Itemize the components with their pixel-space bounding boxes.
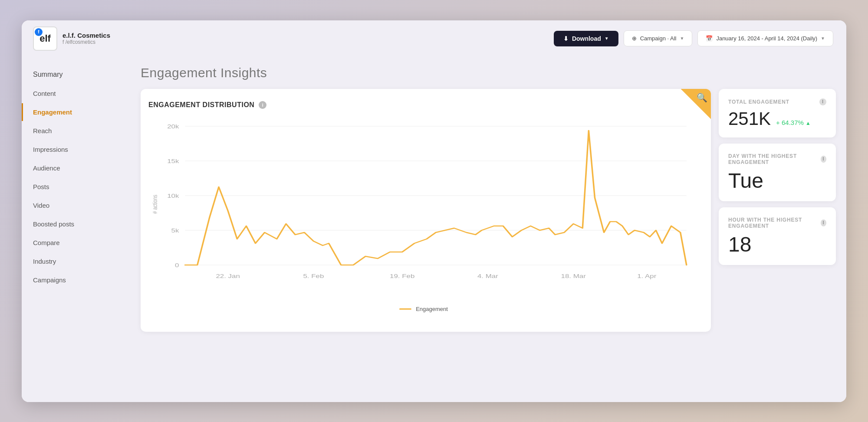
download-label: Download — [572, 35, 601, 42]
svg-text:5k: 5k — [171, 228, 180, 233]
chart-title: ENGAGEMENT DISTRIBUTION — [148, 101, 254, 109]
content-area: Engagement Insights 🔍 ENGAGEMENT DISTRIB… — [130, 57, 846, 402]
campaign-label: Campaign · All — [640, 35, 677, 42]
day-highest-info-icon[interactable]: i — [821, 156, 826, 163]
sidebar-item-impressions[interactable]: Impressions — [22, 141, 130, 158]
download-chevron-icon: ▼ — [605, 36, 609, 41]
legend-label: Engagement — [416, 306, 448, 312]
svg-text:20k: 20k — [167, 124, 179, 129]
chart-header: ENGAGEMENT DISTRIBUTION i — [148, 101, 699, 109]
svg-text:10k: 10k — [167, 193, 179, 199]
svg-text:5. Feb: 5. Feb — [303, 273, 324, 279]
insights-row: 🔍 ENGAGEMENT DISTRIBUTION i — [141, 89, 836, 332]
date-range-label: January 16, 2024 - April 14, 2024 (Daily… — [716, 35, 817, 42]
sidebar-item-summary[interactable]: Summary — [22, 65, 130, 84]
total-engagement-value-row: 251K + 64.37% ▲ — [728, 109, 826, 129]
sidebar-item-engagement[interactable]: Engagement — [22, 103, 130, 121]
sidebar-item-audience[interactable]: Audience — [22, 159, 130, 177]
svg-text:18. Mar: 18. Mar — [561, 273, 586, 279]
svg-text:# actions: # actions — [151, 194, 158, 213]
svg-text:15k: 15k — [167, 158, 179, 164]
brand-handle: f /elfcosmetics — [62, 39, 110, 45]
brand-text: e.l.f. Cosmetics f /elfcosmetics — [62, 32, 110, 45]
total-engagement-info-icon[interactable]: i — [819, 98, 826, 105]
campaign-chevron-icon: ▼ — [680, 36, 684, 41]
brand: f elf e.l.f. Cosmetics f /elfcosmetics — [22, 26, 110, 51]
day-highest-value: Tue — [728, 169, 826, 193]
total-engagement-value: 251K — [728, 109, 771, 129]
facebook-icon: f — [35, 28, 43, 36]
legend-line — [399, 308, 411, 310]
change-up-arrow-icon: ▲ — [806, 120, 811, 126]
app-container: f elf e.l.f. Cosmetics f /elfcosmetics ⬇… — [22, 20, 846, 402]
day-highest-label: DAY WITH THE HIGHEST ENGAGEMENT i — [728, 153, 826, 165]
svg-text:4. Mar: 4. Mar — [477, 273, 498, 279]
date-range-button[interactable]: 📅 January 16, 2024 - April 14, 2024 (Dai… — [697, 30, 833, 46]
sidebar-item-posts[interactable]: Posts — [22, 178, 130, 196]
chart-card: 🔍 ENGAGEMENT DISTRIBUTION i — [141, 89, 711, 332]
total-engagement-label: TOTAL ENGAGEMENT i — [728, 98, 826, 105]
sidebar-item-reach[interactable]: Reach — [22, 122, 130, 140]
svg-text:22. Jan: 22. Jan — [216, 273, 240, 279]
campaign-icon: ⊕ — [632, 35, 637, 42]
sidebar-item-video[interactable]: Video — [22, 196, 130, 214]
main-layout: Summary Content Engagement Reach Impress… — [22, 57, 846, 402]
sidebar-item-boosted-posts[interactable]: Boosted posts — [22, 215, 130, 233]
hour-highest-card: HOUR WITH THE HIGHEST ENGAGEMENT i 18 — [719, 207, 836, 265]
chart-legend: Engagement — [148, 306, 699, 312]
hour-highest-label: HOUR WITH THE HIGHEST ENGAGEMENT i — [728, 217, 826, 229]
engagement-chart: 20k 15k 10k 5k 0 # actions — [148, 118, 699, 291]
total-engagement-change: + 64.37% ▲ — [776, 119, 811, 126]
stats-panel: TOTAL ENGAGEMENT i 251K + 64.37% ▲ — [719, 89, 836, 265]
sidebar-item-content[interactable]: Content — [22, 85, 130, 102]
hour-highest-value: 18 — [728, 232, 826, 256]
brand-name: e.l.f. Cosmetics — [62, 32, 110, 39]
svg-text:1. Apr: 1. Apr — [637, 273, 656, 279]
day-highest-card: DAY WITH THE HIGHEST ENGAGEMENT i Tue — [719, 144, 836, 201]
campaign-filter-button[interactable]: ⊕ Campaign · All ▼ — [624, 30, 693, 46]
engagement-line — [185, 131, 687, 265]
top-bar-controls: ⬇ Download ▼ ⊕ Campaign · All ▼ 📅 Januar… — [554, 30, 833, 46]
sidebar-item-industry[interactable]: Industry — [22, 252, 130, 270]
calendar-icon: 📅 — [706, 35, 713, 42]
download-button[interactable]: ⬇ Download ▼ — [554, 31, 618, 46]
top-bar: f elf e.l.f. Cosmetics f /elfcosmetics ⬇… — [22, 20, 846, 57]
chart-area: 20k 15k 10k 5k 0 # actions — [148, 118, 699, 300]
sidebar-item-compare[interactable]: Compare — [22, 234, 130, 252]
download-icon: ⬇ — [563, 35, 569, 42]
svg-text:19. Feb: 19. Feb — [390, 273, 414, 279]
svg-text:0: 0 — [175, 262, 179, 268]
total-engagement-card: TOTAL ENGAGEMENT i 251K + 64.37% ▲ — [719, 89, 836, 137]
magnify-icon: 🔍 — [697, 89, 711, 103]
date-chevron-icon: ▼ — [821, 36, 825, 41]
sidebar: Summary Content Engagement Reach Impress… — [22, 57, 130, 402]
chart-info-icon[interactable]: i — [259, 101, 266, 109]
brand-logo: f elf — [33, 26, 57, 51]
sidebar-item-campaigns[interactable]: Campaigns — [22, 271, 130, 289]
page-title: Engagement Insights — [141, 65, 836, 80]
hour-highest-info-icon[interactable]: i — [821, 219, 826, 226]
